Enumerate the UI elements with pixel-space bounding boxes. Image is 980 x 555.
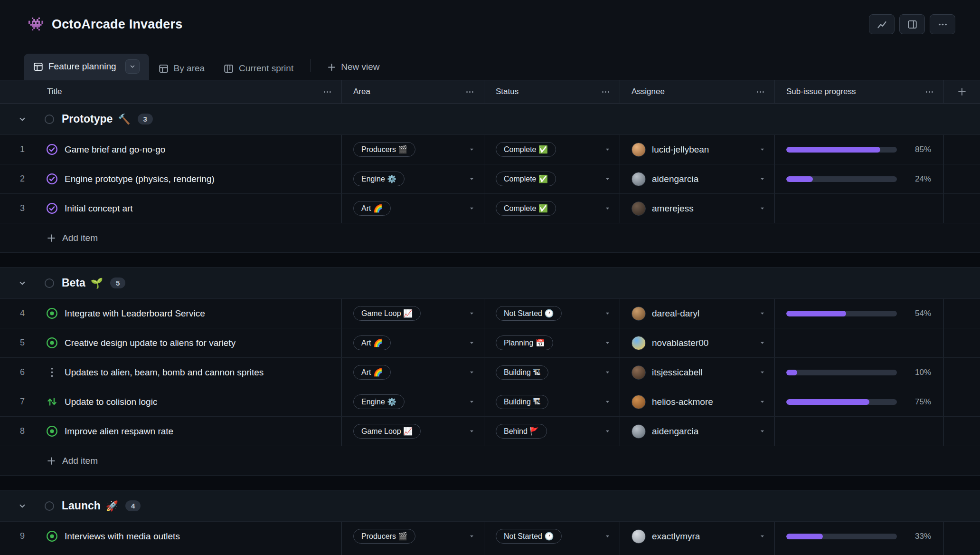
issue-title[interactable]: Initial concept art — [65, 203, 133, 214]
column-menu-button[interactable] — [755, 86, 766, 97]
table-row[interactable]: 9Interviews with media outletsProducers … — [0, 522, 980, 551]
status-pill[interactable]: Not Started 🕐 — [496, 529, 562, 544]
status-pill[interactable]: Building 🏗 — [496, 365, 548, 380]
chevron-down-icon[interactable] — [759, 533, 766, 540]
chevron-down-icon[interactable] — [759, 339, 766, 346]
view-menu-button[interactable] — [125, 59, 140, 74]
status-pill[interactable]: Complete ✅ — [496, 172, 556, 186]
add-item-button[interactable]: Add item — [0, 223, 980, 253]
side-panel-button[interactable] — [899, 14, 925, 34]
chevron-down-icon[interactable] — [759, 398, 766, 405]
issue-title[interactable]: Creative design update to aliens for var… — [65, 338, 236, 348]
assignee-login[interactable]: lucid-jellybean — [652, 144, 709, 155]
chevron-down-icon[interactable] — [604, 369, 611, 376]
insights-button[interactable] — [869, 14, 895, 34]
table-row[interactable]: 1Game brief and go-no-goProducers 🎬Compl… — [0, 135, 980, 164]
group-header[interactable]: Beta🌱5 — [0, 268, 980, 299]
group-header[interactable]: Prototype🔨3 — [0, 104, 980, 135]
chevron-down-icon[interactable] — [468, 428, 475, 435]
chevron-down-icon[interactable] — [604, 428, 611, 435]
kebab-icon — [601, 87, 610, 96]
chevron-down-icon[interactable] — [759, 175, 766, 182]
table-row[interactable]: 3Initial concept artArt 🌈Complete ✅amere… — [0, 194, 980, 223]
chevron-down-icon[interactable] — [468, 398, 475, 405]
issue-title[interactable]: Integrate with Leaderboard Service — [65, 308, 205, 319]
status-pill[interactable]: Not Started 🕐 — [496, 306, 562, 321]
area-pill[interactable]: Producers 🎬 — [353, 142, 415, 157]
chevron-down-icon[interactable] — [604, 339, 611, 346]
tab-current-sprint[interactable]: Current sprint — [214, 57, 303, 80]
chevron-down-icon[interactable] — [759, 205, 766, 212]
chevron-down-icon[interactable] — [759, 146, 766, 153]
avatar — [631, 172, 646, 186]
status-pill[interactable]: Planning 📅 — [496, 335, 553, 350]
table-row[interactable]: 5Creative design update to aliens for va… — [0, 328, 980, 358]
chevron-down-icon[interactable] — [0, 279, 45, 287]
issue-title[interactable]: Update to colision logic — [65, 397, 157, 407]
table-row[interactable]: 7Update to colision logicEngine ⚙️Buildi… — [0, 387, 980, 417]
status-pill[interactable]: Complete ✅ — [496, 142, 556, 157]
area-pill[interactable]: Art 🌈 — [353, 365, 391, 380]
chevron-down-icon[interactable] — [759, 369, 766, 376]
issue-title[interactable]: Improve alien respawn rate — [65, 426, 173, 437]
chevron-down-icon[interactable] — [759, 310, 766, 317]
tab-feature-planning[interactable]: Feature planning — [24, 54, 149, 80]
assignee-login[interactable]: exactlymyra — [652, 531, 700, 542]
chevron-down-icon[interactable] — [468, 369, 475, 376]
chevron-down-icon[interactable] — [468, 533, 475, 540]
tab-by-area[interactable]: By area — [149, 57, 214, 80]
area-pill[interactable]: Game Loop 📈 — [353, 306, 421, 321]
area-pill[interactable]: Game Loop 📈 — [353, 424, 421, 439]
assignee-login[interactable]: itsjessicabell — [652, 367, 703, 378]
assignee-login[interactable]: novablaster00 — [652, 338, 708, 348]
chevron-down-icon[interactable] — [468, 339, 475, 346]
assignee-login[interactable]: amerejess — [652, 203, 694, 214]
status-pill[interactable]: Complete ✅ — [496, 201, 556, 216]
chevron-down-icon[interactable] — [604, 205, 611, 212]
table-row[interactable]: 4Integrate with Leaderboard ServiceGame … — [0, 299, 980, 328]
chevron-down-icon[interactable] — [604, 533, 611, 540]
more-options-button[interactable] — [930, 14, 955, 34]
column-menu-button[interactable] — [464, 86, 475, 97]
column-header-area: Area — [342, 80, 484, 103]
assignee-login[interactable]: aidengarcia — [652, 174, 698, 184]
chevron-down-icon[interactable] — [759, 428, 766, 435]
table-row[interactable]: 2Engine prototype (physics, rendering)En… — [0, 164, 980, 194]
status-pill[interactable]: Building 🏗 — [496, 395, 548, 409]
issue-title[interactable]: Engine prototype (physics, rendering) — [65, 174, 215, 184]
avatar — [631, 529, 646, 544]
area-pill[interactable]: Art 🌈 — [353, 201, 391, 216]
area-pill[interactable]: Producers 🎬 — [353, 529, 415, 544]
assignee-login[interactable]: helios-ackmore — [652, 397, 713, 407]
chevron-down-icon[interactable] — [604, 398, 611, 405]
column-menu-button[interactable] — [924, 86, 935, 97]
issue-title[interactable]: Game brief and go-no-go — [65, 144, 165, 155]
group-header[interactable]: Launch🚀4 — [0, 490, 980, 522]
chevron-down-icon[interactable] — [468, 146, 475, 153]
issue-title[interactable]: Updates to alien, beam, bomb and cannon … — [65, 367, 264, 378]
chevron-down-icon[interactable] — [0, 502, 45, 510]
chevron-down-icon[interactable] — [604, 175, 611, 182]
issue-title[interactable]: Interviews with media outlets — [65, 531, 180, 542]
table-row[interactable]: 6Updates to alien, beam, bomb and cannon… — [0, 358, 980, 387]
chevron-down-icon[interactable] — [604, 146, 611, 153]
add-column-button[interactable] — [955, 85, 969, 98]
assignee-login[interactable]: dareal-daryl — [652, 308, 699, 319]
column-menu-button[interactable] — [322, 86, 333, 97]
chevron-down-icon[interactable] — [0, 115, 45, 124]
new-view-button[interactable]: New view — [319, 56, 388, 80]
chevron-down-icon[interactable] — [468, 175, 475, 182]
area-pill[interactable]: Engine ⚙️ — [353, 394, 405, 409]
chevron-down-icon[interactable] — [468, 310, 475, 317]
column-menu-button[interactable] — [600, 86, 611, 97]
status-pill[interactable]: Behind 🚩 — [496, 424, 547, 439]
chevron-down-icon[interactable] — [468, 205, 475, 212]
assignee-login[interactable]: aidengarcia — [652, 426, 698, 437]
add-item-button[interactable]: Add item — [0, 446, 980, 476]
area-pill[interactable]: Art 🌈 — [353, 335, 391, 350]
table-row[interactable] — [0, 551, 980, 555]
table-row[interactable]: 8Improve alien respawn rateGame Loop 📈Be… — [0, 417, 980, 446]
area-pill[interactable]: Engine ⚙️ — [353, 172, 405, 186]
issue-reopened-icon — [45, 396, 59, 408]
chevron-down-icon[interactable] — [604, 310, 611, 317]
